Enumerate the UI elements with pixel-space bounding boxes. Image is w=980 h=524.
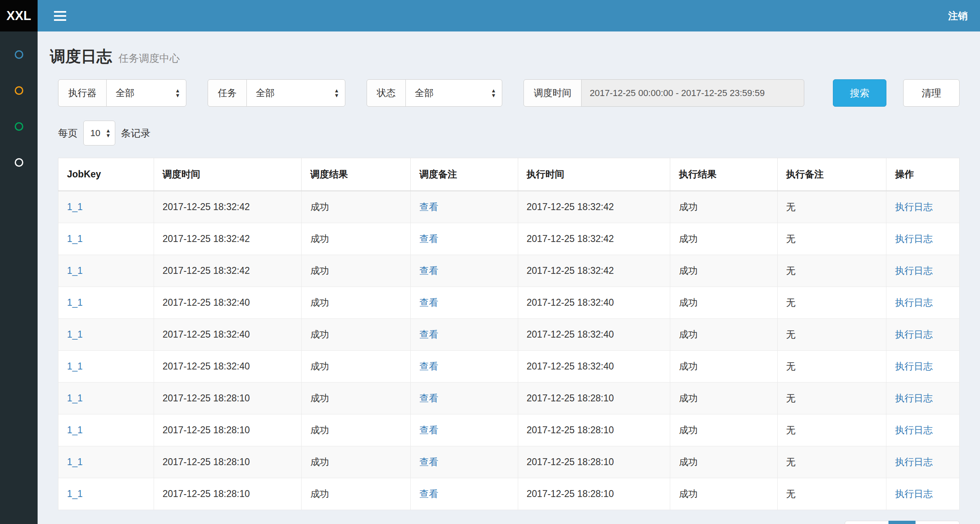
trigger-result-cell: 成功 (302, 414, 411, 446)
table-cell: 1_1 (58, 414, 154, 446)
table-row: 1_12017-12-25 18:28:10成功查看2017-12-25 18:… (58, 446, 960, 478)
trigger-time-cell: 2017-12-25 18:32:42 (154, 223, 302, 255)
table-row: 1_12017-12-25 18:28:10成功查看2017-12-25 18:… (58, 478, 960, 510)
handle-result-cell: 成功 (670, 191, 777, 223)
handle-msg-cell: 无 (777, 446, 886, 478)
jobkey-link[interactable]: 1_1 (67, 202, 83, 212)
trigger-result-cell: 成功 (302, 287, 411, 319)
page-size-prefix-label: 每页 (58, 127, 78, 140)
handle-msg-cell: 无 (777, 255, 886, 287)
trigger-result-cell: 成功 (302, 351, 411, 383)
executor-select-value: 全部 (116, 87, 134, 99)
handle-result-cell: 成功 (670, 446, 777, 478)
trigger-msg-link[interactable]: 查看 (419, 457, 438, 467)
logout-link[interactable]: 注销 (948, 9, 968, 22)
col-header-handle-time: 执行时间 (518, 158, 670, 191)
prev-page-button[interactable]: 上页 (845, 521, 889, 524)
job-select[interactable]: 全部 ▲▼ (246, 79, 345, 107)
execution-log-link[interactable]: 执行日志 (895, 457, 933, 467)
sidebar-item-2[interactable] (0, 72, 38, 108)
execution-log-link[interactable]: 执行日志 (895, 329, 933, 340)
trigger-msg-link[interactable]: 查看 (419, 297, 438, 308)
handle-result-cell: 成功 (670, 478, 777, 510)
search-button[interactable]: 搜索 (833, 79, 886, 107)
execution-log-link[interactable]: 执行日志 (895, 425, 933, 435)
handle-time-cell: 2017-12-25 18:32:42 (518, 255, 670, 287)
job-filter-label: 任务 (208, 79, 247, 107)
table-footer: 第 1 页 ( 总共 1 页， 10 条记录 ) 上页 1 下页 (58, 521, 960, 524)
trigger-result-cell: 成功 (302, 191, 411, 223)
handle-result-cell: 成功 (670, 383, 777, 414)
navbar-main: 注销 (38, 0, 980, 31)
table-cell: 查看 (411, 351, 518, 383)
executor-select[interactable]: 全部 ▲▼ (106, 79, 186, 107)
execution-log-link[interactable]: 执行日志 (895, 265, 933, 276)
filter-bar: 执行器 全部 ▲▼ 任务 全部 ▲▼ 状态 全部 ▲▼ 调度时间 搜索 清理 (58, 79, 960, 107)
table-cell: 执行日志 (886, 351, 960, 383)
jobkey-link[interactable]: 1_1 (67, 488, 83, 499)
circle-icon (15, 158, 23, 167)
trigger-msg-link[interactable]: 查看 (419, 265, 438, 276)
col-header-trigger-result: 调度结果 (302, 158, 411, 191)
handle-time-cell: 2017-12-25 18:28:10 (518, 414, 670, 446)
next-page-button[interactable]: 下页 (915, 521, 960, 524)
sidebar (0, 31, 38, 524)
page-size-select[interactable]: 10 ▲▼ (83, 121, 115, 146)
trigger-time-cell: 2017-12-25 18:28:10 (154, 383, 302, 414)
trigger-msg-link[interactable]: 查看 (419, 361, 438, 372)
table-cell: 执行日志 (886, 255, 960, 287)
trigger-msg-link[interactable]: 查看 (419, 488, 438, 499)
jobkey-link[interactable]: 1_1 (67, 457, 83, 467)
table-cell: 1_1 (58, 319, 154, 351)
trigger-time-range-input[interactable] (581, 79, 804, 107)
trigger-msg-link[interactable]: 查看 (419, 233, 438, 244)
app-logo[interactable]: XXL (0, 0, 38, 31)
page-size-value: 10 (90, 128, 100, 139)
jobkey-link[interactable]: 1_1 (67, 297, 83, 308)
select-arrows-icon: ▲▼ (334, 88, 339, 98)
trigger-msg-link[interactable]: 查看 (419, 393, 438, 403)
jobkey-link[interactable]: 1_1 (67, 329, 83, 340)
job-select-value: 全部 (256, 87, 275, 99)
trigger-result-cell: 成功 (302, 446, 411, 478)
executor-filter-label: 执行器 (58, 79, 107, 107)
trigger-msg-link[interactable]: 查看 (419, 202, 438, 212)
table-cell: 查看 (411, 414, 518, 446)
trigger-msg-link[interactable]: 查看 (419, 425, 438, 435)
jobkey-link[interactable]: 1_1 (67, 233, 83, 244)
jobkey-link[interactable]: 1_1 (67, 361, 83, 372)
current-page-button[interactable]: 1 (888, 521, 916, 524)
handle-time-cell: 2017-12-25 18:32:42 (518, 223, 670, 255)
table-row: 1_12017-12-25 18:32:42成功查看2017-12-25 18:… (58, 255, 960, 287)
status-select[interactable]: 全部 ▲▼ (405, 79, 502, 107)
table-cell: 执行日志 (886, 383, 960, 414)
executor-filter-group: 执行器 全部 ▲▼ (58, 79, 186, 107)
jobkey-link[interactable]: 1_1 (67, 393, 83, 403)
execution-log-link[interactable]: 执行日志 (895, 393, 933, 403)
execution-log-link[interactable]: 执行日志 (895, 297, 933, 308)
hamburger-icon (54, 11, 66, 13)
table-cell: 查看 (411, 478, 518, 510)
execution-log-link[interactable]: 执行日志 (895, 233, 933, 244)
handle-msg-cell: 无 (777, 383, 886, 414)
execution-log-link[interactable]: 执行日志 (895, 488, 933, 499)
jobkey-link[interactable]: 1_1 (67, 425, 83, 435)
sidebar-toggle-button[interactable] (54, 11, 66, 21)
table-row: 1_12017-12-25 18:28:10成功查看2017-12-25 18:… (58, 414, 960, 446)
table-cell: 1_1 (58, 446, 154, 478)
page-size-row: 每页 10 ▲▼ 条记录 (58, 121, 960, 146)
execution-log-link[interactable]: 执行日志 (895, 361, 933, 372)
trigger-msg-link[interactable]: 查看 (419, 329, 438, 340)
trigger-time-cell: 2017-12-25 18:32:40 (154, 287, 302, 319)
sidebar-item-3[interactable] (0, 108, 38, 144)
trigger-result-cell: 成功 (302, 383, 411, 414)
sidebar-item-4[interactable] (0, 144, 38, 180)
jobkey-link[interactable]: 1_1 (67, 265, 83, 276)
select-arrows-icon: ▲▼ (105, 128, 111, 138)
clear-button[interactable]: 清理 (903, 79, 960, 107)
top-navbar: XXL 注销 (0, 0, 980, 31)
trigger-time-cell: 2017-12-25 18:28:10 (154, 478, 302, 510)
page-header: 调度日志 任务调度中心 (50, 46, 960, 67)
sidebar-item-1[interactable] (0, 36, 38, 72)
execution-log-link[interactable]: 执行日志 (895, 202, 933, 212)
